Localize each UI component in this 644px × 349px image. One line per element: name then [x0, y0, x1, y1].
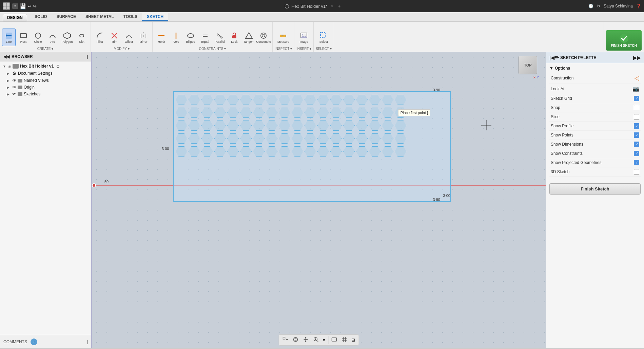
grid-toggle-button[interactable]	[340, 336, 349, 344]
design-dropdown-button[interactable]: DESIGN	[3, 14, 27, 21]
svg-marker-5	[64, 33, 71, 39]
circle-tool-button[interactable]: Circle	[31, 29, 45, 46]
tangent-button[interactable]: Tangent	[242, 29, 256, 46]
show-profile-checkbox[interactable]	[634, 123, 639, 129]
fit-view-button[interactable]	[281, 336, 290, 344]
orbit-button[interactable]	[291, 336, 300, 344]
options-section: ▼ Options Construction ◁ Look At 📷 Sketc…	[546, 63, 644, 179]
pan-button[interactable]	[301, 336, 310, 344]
tab-sketch[interactable]: SKETCH	[142, 13, 168, 21]
canvas-area[interactable]: 50	[92, 52, 546, 348]
redo-button[interactable]: ↪	[33, 4, 37, 9]
zoom-in-icon	[313, 336, 319, 343]
tab-tools[interactable]: TOOLS	[119, 13, 142, 21]
concentric-button[interactable]: Concentric	[257, 29, 270, 46]
arc-tool-button[interactable]: Arc	[46, 29, 59, 46]
origin-icon	[18, 86, 22, 89]
display-settings-button[interactable]	[330, 336, 338, 344]
look-at-icon[interactable]: 📷	[632, 86, 639, 92]
browser-pin-icon[interactable]: |	[87, 54, 88, 59]
lock-button[interactable]: Lock	[228, 29, 241, 46]
insert-image-button[interactable]: Image	[297, 29, 311, 46]
hex-cell	[369, 121, 380, 131]
modify-tools: Fillet Trim Offset	[93, 29, 150, 46]
options-arrow[interactable]: ▼	[549, 66, 553, 71]
construction-icon[interactable]: ◁	[635, 74, 639, 82]
palette-expand-icon[interactable]: ▶▶	[633, 55, 641, 60]
sketch-area[interactable]: 3·90 3·00 3·90 3·00	[173, 91, 451, 202]
undo-button[interactable]: ↩	[28, 4, 32, 9]
hex-cell	[369, 95, 380, 105]
parallel-button[interactable]: Parallel	[213, 29, 227, 46]
close-tab-icon[interactable]: ×	[331, 4, 333, 9]
collapse-icon[interactable]: ◀◀	[3, 54, 9, 59]
save-button[interactable]: 💾	[20, 3, 26, 10]
tree-vis-root[interactable]: ◉	[8, 65, 11, 68]
finish-sketch-ribbon-button[interactable]: FINISH SKETCH	[606, 30, 642, 51]
horizontal-constraint-button[interactable]: Horiz	[155, 29, 168, 46]
view-cube[interactable]: TOP X Y	[519, 56, 539, 83]
mirror-button[interactable]: Mirror	[137, 29, 150, 46]
parallel-icon	[216, 32, 224, 40]
vertical-constraint-button[interactable]: Vert	[169, 29, 183, 46]
sketch-grid-checkbox[interactable]	[634, 96, 639, 101]
tree-item-sketches[interactable]: ▶ 👁 Sketches	[0, 91, 91, 97]
sketch-grid-label: Sketch Grid	[551, 96, 572, 101]
finish-sketch-palette-button[interactable]: Finish Sketch	[549, 183, 641, 195]
tab-surface[interactable]: SURFACE	[52, 13, 81, 21]
lock-icon	[230, 32, 238, 40]
view-cube-face[interactable]: TOP	[519, 56, 537, 74]
finish-sketch-checkmark-icon	[619, 34, 629, 43]
equal-button[interactable]: Equal	[198, 29, 212, 46]
hex-cell	[317, 121, 329, 131]
show-projected-checkbox[interactable]	[634, 160, 639, 165]
hex-cell	[227, 95, 239, 105]
line-label: Line	[6, 40, 12, 43]
tree-item-named-views[interactable]: ▶ 👁 Named Views	[0, 77, 91, 84]
hex-cell	[395, 95, 406, 105]
tab-sheet-metal[interactable]: SHEET METAL	[81, 13, 119, 21]
tab-solid[interactable]: SOLID	[30, 13, 52, 21]
snap-checkbox[interactable]	[634, 105, 639, 110]
polygon-tool-button[interactable]: Polygon	[60, 29, 74, 46]
root-target-icon[interactable]: ⊙	[56, 64, 60, 69]
hex-cell	[201, 95, 213, 105]
render-toggle-button[interactable]: ⊞	[350, 336, 356, 344]
file-title: Hex Bit Holder v1*	[291, 4, 327, 9]
hex-cell	[330, 121, 342, 131]
rectangle-tool-button[interactable]: Rect	[17, 29, 30, 46]
slice-checkbox[interactable]	[634, 114, 639, 120]
mirror-label: Mirror	[139, 40, 148, 43]
modify-group: Fillet Trim Offset	[91, 22, 153, 52]
zoom-out-button[interactable]: ▾	[321, 336, 327, 344]
trim-button[interactable]: Trim	[108, 29, 121, 46]
collapse-comments-icon[interactable]: |	[87, 339, 88, 344]
app-grid-icon[interactable]	[3, 2, 10, 10]
tree-item-root[interactable]: ▼ ◉ Hex Bit Holder v1 ⊙	[0, 63, 91, 70]
slot-tool-button[interactable]: Slot	[75, 29, 89, 46]
tree-arrow-doc: ▶	[7, 72, 11, 75]
rectangle-icon	[19, 32, 27, 40]
file-menu-button[interactable]: ≡	[12, 3, 18, 9]
3d-sketch-checkbox[interactable]	[634, 169, 639, 174]
select-button[interactable]: Select	[317, 29, 330, 46]
hex-cell	[176, 146, 187, 157]
show-constraints-checkbox[interactable]	[634, 151, 639, 156]
fillet-button[interactable]: Fillet	[93, 29, 106, 46]
add-comment-button[interactable]: +	[31, 338, 37, 345]
help-icon[interactable]: ❓	[636, 4, 641, 8]
constraints-label: CONSTRAINTS ▾	[199, 47, 226, 51]
show-points-checkbox[interactable]	[634, 132, 639, 138]
tree-item-origin[interactable]: ▶ 👁 Origin	[0, 84, 91, 91]
palette-collapse-icon[interactable]: |◀	[549, 55, 554, 60]
zoom-in-button[interactable]	[311, 336, 320, 344]
hex-cell	[356, 146, 368, 157]
show-dimensions-checkbox[interactable]	[634, 142, 639, 147]
ellipse-button[interactable]: Ellipse	[184, 29, 197, 46]
offset-label: Offset	[125, 40, 133, 43]
line-tool-button[interactable]: Line	[2, 29, 16, 46]
offset-button[interactable]: Offset	[122, 29, 136, 46]
measure-button[interactable]: Measure	[276, 29, 290, 46]
tree-item-doc-settings[interactable]: ▶ ⚙ Document Settings	[0, 70, 91, 77]
add-tab-icon[interactable]: +	[338, 4, 341, 9]
